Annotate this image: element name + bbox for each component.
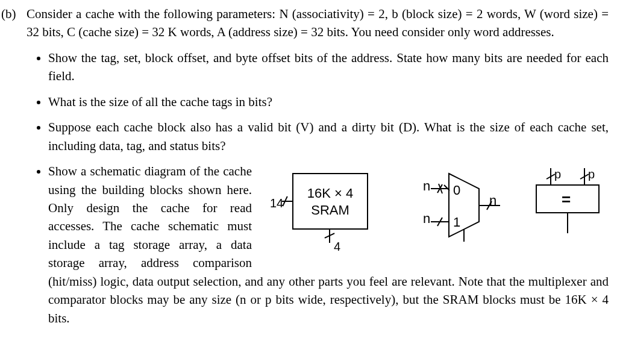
question-2: What is the size of all the cache tags i… [48, 93, 609, 111]
mux-bus-n-top: n [423, 177, 430, 196]
mux-in1: 1 [453, 213, 460, 232]
part-label: (b) [0, 5, 27, 42]
question-1: Show the tag, set, block offset, and byt… [48, 49, 609, 86]
question-4: 14 16K × 4 SRAM 4 [48, 162, 609, 327]
intro-text: Consider a cache with the following para… [27, 5, 609, 42]
cmp-bus-p-right: p [588, 166, 595, 183]
sram-addr-bits: 14 [270, 195, 283, 212]
cmp-bus-p-left: p [554, 166, 561, 183]
question-list: Show the tag, set, block offset, and byt… [0, 49, 609, 327]
sram-size: 16K × 4 [293, 185, 367, 202]
sram-out-bits: 4 [334, 238, 340, 256]
mux-block: n n 0 1 n [422, 171, 518, 243]
mux-in0: 0 [453, 181, 460, 200]
cmp-equals: = [562, 189, 571, 212]
mux-bus-n-out: n [489, 191, 496, 210]
building-blocks-figure: 14 16K × 4 SRAM 4 [265, 166, 609, 262]
comparator-block: p p = [530, 167, 607, 245]
sram-block: 16K × 4 SRAM [292, 173, 368, 230]
sram-label: SRAM [293, 202, 367, 219]
mux-bus-n-bot: n [423, 209, 430, 228]
problem-intro: (b) Consider a cache with the following … [0, 5, 609, 42]
question-3: Suppose each cache block also has a vali… [48, 118, 609, 155]
